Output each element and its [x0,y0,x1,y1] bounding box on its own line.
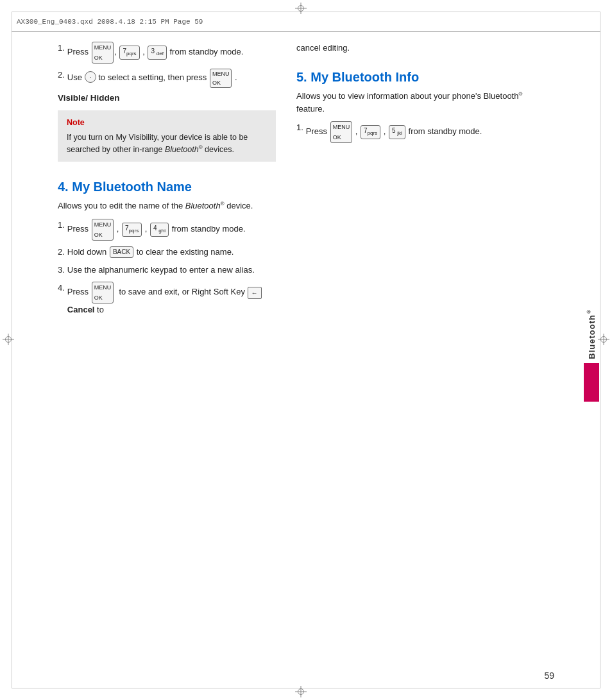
bluetooth-sidebar-tab: Bluetooth® [582,308,600,402]
right-column: cancel editing. 5. My Bluetooth Info All… [296,42,548,665]
visible-hidden-label: Visible/ Hidden [58,93,276,103]
key-menu-ok-1: MENUOK [92,42,114,64]
sidebar-label: Bluetooth® [586,308,597,359]
nav-key: ⋅ [85,71,96,83]
step-1-section3: 1. Press MENUOK, 7pqrs , 3 def from stan… [58,42,276,64]
key-menu-ok-5: MENUOK [330,121,353,143]
section4-intro: Allows you to edit the name of the Bluet… [58,200,276,212]
cancel-editing-text: cancel editing. [296,42,548,55]
note-text: If you turn on My Visibility, your devic… [67,132,267,156]
key-4ghi: 4 ghi [150,223,169,237]
right-soft-key: ← [248,287,262,300]
header-text: AX300_Eng_0403.qxd 2008.4.18 2:15 PM Pag… [17,18,203,26]
section4-heading: 4. My Bluetooth Name [58,180,276,194]
key-menu-ok-3: MENUOK [92,219,114,241]
section4-step3: 3. Use the alphanumeric keypad to enter … [58,264,276,277]
key-7pqrs-1: 7pqrs [119,46,139,60]
section4-step1: 1. Press MENUOK , 7pqrs , 4 ghi from sta… [58,219,276,241]
key-7pqrs-2: 7pqrs [122,223,142,237]
note-box: Note If you turn on My Visibility, your … [58,110,276,162]
section5-step1: 1. Press MENUOK , 7pqrs , 5 jkl from sta… [296,121,548,143]
main-content: 1. Press MENUOK, 7pqrs , 3 def from stan… [58,42,548,665]
key-menu-ok-4: MENUOK [92,282,114,303]
key-back: BACK [110,246,133,258]
key-5jkl: 5 jkl [389,125,405,139]
section5-heading: 5. My Bluetooth Info [296,70,548,85]
key-3def: 3 def [148,46,166,60]
reg-mark-left [3,334,14,345]
left-column: 1. Press MENUOK, 7pqrs , 3 def from stan… [58,42,276,665]
section4-step4: 4. Press MENUOK to save and exit, or Rig… [58,282,276,316]
sidebar-color-bar [584,363,599,402]
page-number: 59 [544,670,554,681]
key-menu-ok-2: MENUOK [210,69,232,88]
step-2-section3: 2. Use ⋅ to select a setting, then press… [58,69,276,88]
section4-step2: 2. Hold down BACK to clear the existing … [58,246,276,259]
page-header: AX300_Eng_0403.qxd 2008.4.18 2:15 PM Pag… [12,12,600,32]
reg-mark-bottom [295,686,307,697]
section5-intro: Allows you to view information about you… [296,90,548,115]
reg-mark-top [295,3,307,14]
cancel-label: Cancel [67,305,95,314]
note-label: Note [67,117,267,129]
key-7pqrs-3: 7pqrs [361,125,380,139]
